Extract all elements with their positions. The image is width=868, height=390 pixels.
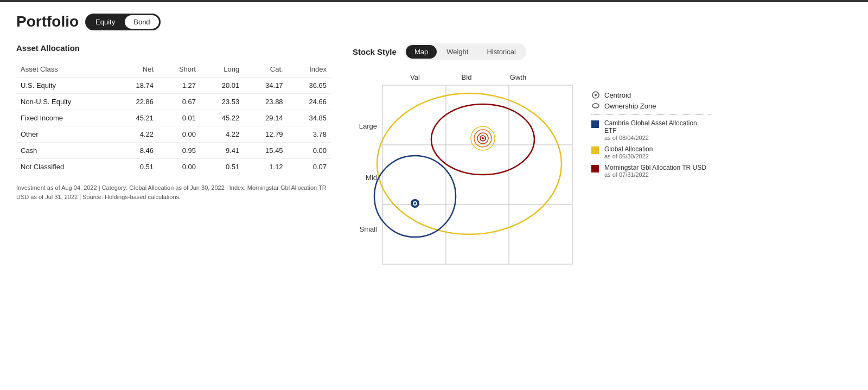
asset-class-cell: Other (16, 126, 114, 143)
style-map-svg: Val Bld Gwth Large Mid Small (353, 69, 580, 275)
main-content: Asset Allocation Asset Class Net Short L… (16, 43, 852, 275)
value-cell: 36.65 (288, 78, 331, 94)
svg-point-24 (592, 104, 599, 108)
value-cell: 15.45 (244, 143, 287, 159)
bond-tab[interactable]: Bond (125, 15, 158, 29)
svg-point-23 (595, 94, 597, 96)
tab-map[interactable]: Map (406, 45, 437, 59)
cambria-color-icon (591, 120, 600, 129)
equity-tab[interactable]: Equity (87, 15, 124, 29)
col-long: Long (200, 61, 244, 78)
value-cell: 0.00 (158, 159, 200, 175)
value-cell: 24.66 (288, 94, 331, 110)
svg-text:Mid: Mid (366, 174, 377, 182)
centroid-label: Centroid (604, 91, 631, 99)
svg-rect-26 (591, 146, 599, 154)
header-row: Portfolio Equity Bond (16, 13, 852, 30)
legend-panel: Centroid Ownership Zone (591, 69, 711, 182)
global-color-icon (591, 146, 600, 155)
legend-cambria: Cambria Global Asset Allocation ETF as o… (591, 119, 711, 141)
asset-footnote: Investment as of Aug 04, 2022 | Category… (16, 183, 331, 201)
svg-rect-25 (591, 120, 599, 128)
value-cell: 45.21 (114, 110, 158, 126)
col-net: Net (114, 61, 158, 78)
svg-text:Val: Val (410, 73, 420, 81)
svg-point-13 (374, 156, 456, 237)
value-cell: 23.88 (244, 94, 287, 110)
morningstar-color-icon (591, 165, 600, 174)
table-row: Fixed Income45.210.0145.2229.1434.85 (16, 110, 331, 126)
morningstar-date: as of 07/31/2022 (604, 171, 706, 178)
asset-table-body: U.S. Equity18.741.2720.0134.1736.65Non-U… (16, 78, 331, 175)
asset-class-cell: U.S. Equity (16, 78, 114, 94)
asset-class-cell: Non-U.S. Equity (16, 94, 114, 110)
style-map-container: Val Bld Gwth Large Mid Small (353, 69, 580, 275)
svg-text:Gwth: Gwth (510, 73, 526, 81)
asset-class-cell: Cash (16, 143, 114, 159)
value-cell: 0.95 (158, 143, 200, 159)
tab-historical[interactable]: Historical (478, 45, 524, 59)
table-row: Not Classified0.510.000.511.120.07 (16, 159, 331, 175)
table-row: U.S. Equity18.741.2720.0134.1736.65 (16, 78, 331, 94)
col-cat: Cat. (244, 61, 287, 78)
asset-table: Asset Class Net Short Long Cat. Index U.… (16, 61, 331, 175)
centroid-icon (591, 91, 600, 99)
value-cell: 4.22 (114, 126, 158, 143)
value-cell: 12.79 (244, 126, 287, 143)
value-cell: 20.01 (200, 78, 244, 94)
chart-area: Val Bld Gwth Large Mid Small (353, 69, 852, 275)
table-row: Cash8.460.959.4115.450.00 (16, 143, 331, 159)
table-row: Other4.220.004.2212.793.78 (16, 126, 331, 143)
svg-text:Small: Small (359, 225, 377, 233)
value-cell: 18.74 (114, 78, 158, 94)
table-header-row: Asset Class Net Short Long Cat. Index (16, 61, 331, 78)
svg-point-11 (377, 93, 561, 234)
value-cell: 1.27 (158, 78, 200, 94)
col-index: Index (288, 61, 331, 78)
value-cell: 0.01 (158, 110, 200, 126)
col-short: Short (158, 61, 200, 78)
global-date: as of 06/30/2022 (604, 153, 653, 159)
value-cell: 29.14 (244, 110, 287, 126)
value-cell: 22.86 (114, 94, 158, 110)
value-cell: 9.41 (200, 143, 244, 159)
ownership-zone-label: Ownership Zone (604, 102, 656, 110)
cambria-date: as of 08/04/2022 (604, 135, 711, 141)
legend-morningstar: Morningstar Gbl Allocation TR USD as of … (591, 164, 711, 178)
legend-ownership-row: Ownership Zone (591, 101, 711, 110)
tab-weight[interactable]: Weight (438, 45, 477, 59)
value-cell: 3.78 (288, 126, 331, 143)
value-cell: 34.85 (288, 110, 331, 126)
asset-allocation-title: Asset Allocation (16, 43, 331, 53)
value-cell: 0.00 (158, 126, 200, 143)
svg-point-16 (414, 202, 416, 204)
value-cell: 4.22 (200, 126, 244, 143)
value-cell: 0.51 (114, 159, 158, 175)
svg-text:Bld: Bld (462, 73, 472, 81)
value-cell: 0.51 (200, 159, 244, 175)
table-row: Non-U.S. Equity22.860.6723.5323.8824.66 (16, 94, 331, 110)
page-container: Portfolio Equity Bond Asset Allocation A… (0, 2, 868, 286)
value-cell: 23.53 (200, 94, 244, 110)
morningstar-label: Morningstar Gbl Allocation TR USD (604, 164, 706, 171)
cambria-label: Cambria Global Asset Allocation ETF (604, 119, 711, 135)
value-cell: 45.22 (200, 110, 244, 126)
value-cell: 1.12 (244, 159, 287, 175)
value-cell: 0.67 (158, 94, 200, 110)
stock-style-title: Stock Style (353, 47, 397, 56)
value-cell: 8.46 (114, 143, 158, 159)
asset-class-cell: Not Classified (16, 159, 114, 175)
page-title: Portfolio (16, 13, 79, 30)
value-cell: 0.07 (288, 159, 331, 175)
value-cell: 0.00 (288, 143, 331, 159)
svg-point-21 (482, 137, 484, 139)
right-panel: Stock Style Map Weight Historical Val Bl… (353, 43, 852, 275)
ownership-zone-icon (591, 101, 600, 110)
legend-centroid-row: Centroid (591, 91, 711, 99)
svg-rect-27 (591, 165, 599, 172)
value-cell: 34.17 (244, 78, 287, 94)
stock-style-header: Stock Style Map Weight Historical (353, 43, 852, 60)
stock-style-tab-group: Map Weight Historical (404, 43, 526, 60)
portfolio-toggle-group: Equity Bond (85, 14, 161, 30)
svg-text:Large: Large (359, 122, 377, 130)
